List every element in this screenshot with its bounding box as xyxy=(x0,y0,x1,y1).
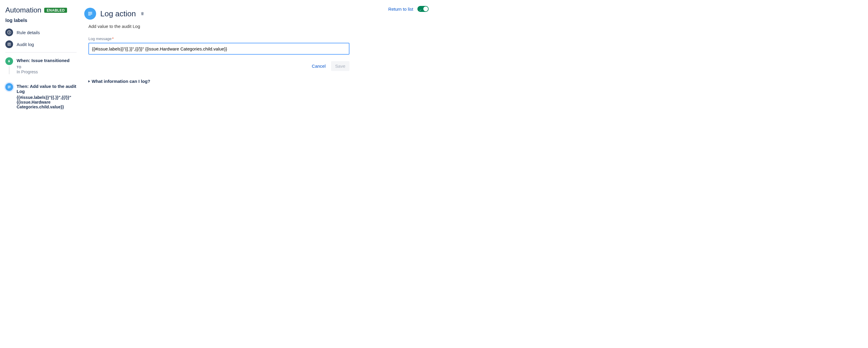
svg-rect-13 xyxy=(88,14,92,14)
rule-step-trigger[interactable]: When: Issue transitioned TO In Progress xyxy=(5,57,76,83)
chevron-right-icon xyxy=(88,80,90,83)
svg-rect-2 xyxy=(9,31,9,32)
nav-label: Audit log xyxy=(17,42,34,47)
delete-icon[interactable] xyxy=(140,11,145,16)
step-title: Then: Add value to the audit Log xyxy=(17,84,76,94)
return-to-list-link[interactable]: Return to list xyxy=(388,6,413,11)
svg-rect-1 xyxy=(9,32,9,33)
info-disclosure[interactable]: What information can I log? xyxy=(88,79,384,84)
svg-rect-9 xyxy=(8,87,10,88)
rule-enabled-toggle[interactable] xyxy=(417,6,429,12)
list-icon xyxy=(5,40,13,48)
svg-rect-11 xyxy=(88,12,92,12)
panel-subtitle: Add value to the audit Log xyxy=(88,24,384,29)
status-badge: ENABLED xyxy=(44,8,67,13)
nav-label: Rule details xyxy=(17,30,40,35)
toggle-knob xyxy=(423,6,428,11)
rule-step-action[interactable]: Then: Add value to the audit Log {{#issu… xyxy=(5,83,76,118)
svg-rect-7 xyxy=(8,86,10,86)
save-button[interactable]: Save xyxy=(331,61,349,71)
svg-rect-10 xyxy=(8,88,9,88)
nav-rule-details[interactable]: Rule details xyxy=(5,29,76,36)
text-lines-icon xyxy=(5,83,13,91)
field-label: Log message* xyxy=(88,36,384,41)
divider xyxy=(5,52,76,53)
disclosure-label: What information can I log? xyxy=(92,79,150,84)
check-icon xyxy=(419,7,422,10)
step-title: When: Issue transitioned xyxy=(17,58,76,63)
panel-title: Log action xyxy=(100,9,136,19)
nav-audit-log[interactable]: Audit log xyxy=(5,40,76,48)
info-icon xyxy=(5,29,13,36)
svg-rect-14 xyxy=(88,15,91,16)
page-title: Automation xyxy=(5,6,41,14)
step-meta-value: In Progress xyxy=(17,69,76,74)
cancel-button[interactable]: Cancel xyxy=(309,61,329,71)
svg-rect-8 xyxy=(8,86,10,87)
step-meta-label: TO xyxy=(17,65,76,69)
rule-name: log labels xyxy=(5,18,76,23)
step-body: {{#issue.labels}}"{{.}}",{{/}}" {{issue.… xyxy=(17,95,76,109)
text-lines-icon xyxy=(84,8,96,20)
log-message-input[interactable] xyxy=(88,43,349,55)
lightning-icon xyxy=(5,57,13,65)
svg-rect-12 xyxy=(88,13,92,14)
